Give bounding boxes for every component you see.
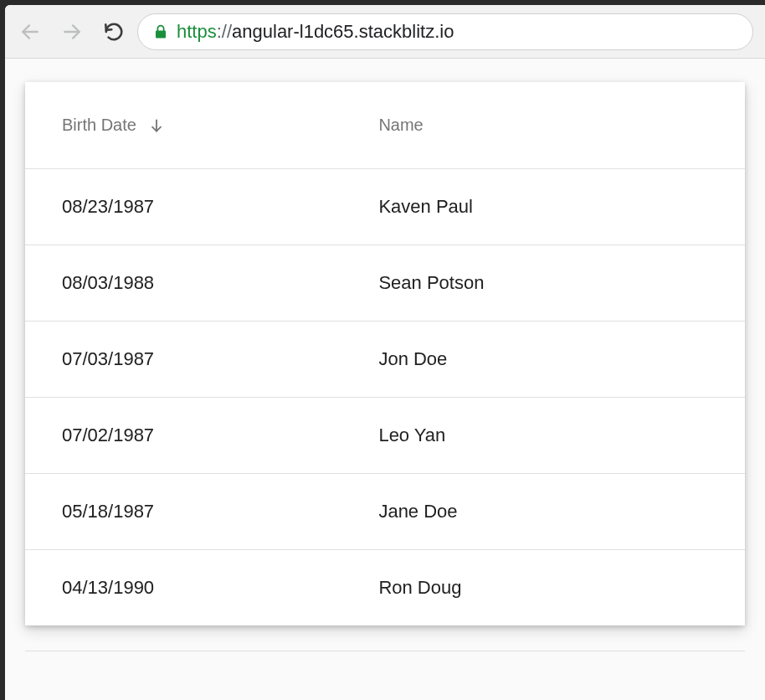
cell-birth-date: 07/02/1987 (25, 398, 341, 474)
cell-birth-date: 05/18/1987 (25, 474, 341, 550)
cell-name: Kaven Paul (341, 169, 745, 245)
url-scheme: https (177, 21, 217, 42)
column-label: Birth Date (62, 116, 136, 135)
data-table: Birth Date Name (25, 82, 745, 625)
forward-button[interactable] (54, 13, 90, 50)
column-header-name[interactable]: Name (341, 82, 745, 169)
cell-birth-date: 04/13/1990 (25, 550, 341, 626)
column-label: Name (378, 116, 423, 135)
url-text: https://angular-l1dc65.stackblitz.io (177, 21, 454, 43)
browser-window: https://angular-l1dc65.stackblitz.io Bir… (5, 5, 765, 700)
browser-toolbar: https://angular-l1dc65.stackblitz.io (5, 5, 765, 59)
arrow-left-icon (19, 21, 41, 43)
table-row[interactable]: 04/13/1990 Ron Doug (25, 550, 745, 626)
table-row[interactable]: 08/23/1987 Kaven Paul (25, 169, 745, 245)
cell-birth-date: 08/03/1988 (25, 245, 341, 322)
table-row[interactable]: 08/03/1988 Sean Potson (25, 245, 745, 322)
table-row[interactable]: 07/02/1987 Leo Yan (25, 398, 745, 474)
table-row[interactable]: 07/03/1987 Jon Doe (25, 322, 745, 398)
cell-name: Sean Potson (341, 245, 745, 322)
reload-button[interactable] (95, 13, 132, 50)
table-header-row: Birth Date Name (25, 82, 745, 169)
divider (25, 651, 745, 651)
cell-name: Jane Doe (341, 474, 745, 550)
reload-icon (103, 21, 125, 43)
address-bar[interactable]: https://angular-l1dc65.stackblitz.io (137, 13, 753, 50)
cell-name: Ron Doug (341, 550, 745, 626)
cell-birth-date: 07/03/1987 (25, 322, 341, 398)
data-table-card: Birth Date Name (25, 82, 745, 625)
cell-name: Leo Yan (341, 398, 745, 474)
column-header-birth-date[interactable]: Birth Date (25, 82, 341, 169)
sort-arrow-down-icon (148, 117, 165, 134)
back-button[interactable] (12, 13, 49, 50)
cell-birth-date: 08/23/1987 (25, 169, 341, 245)
url-host: angular-l1dc65.stackblitz.io (232, 21, 454, 42)
lock-icon (153, 23, 168, 40)
content-area: Birth Date Name (5, 59, 765, 700)
arrow-right-icon (61, 21, 83, 43)
url-separator: :// (217, 21, 232, 42)
table-body: 08/23/1987 Kaven Paul 08/03/1988 Sean Po… (25, 169, 745, 626)
table-row[interactable]: 05/18/1987 Jane Doe (25, 474, 745, 550)
cell-name: Jon Doe (341, 322, 745, 398)
